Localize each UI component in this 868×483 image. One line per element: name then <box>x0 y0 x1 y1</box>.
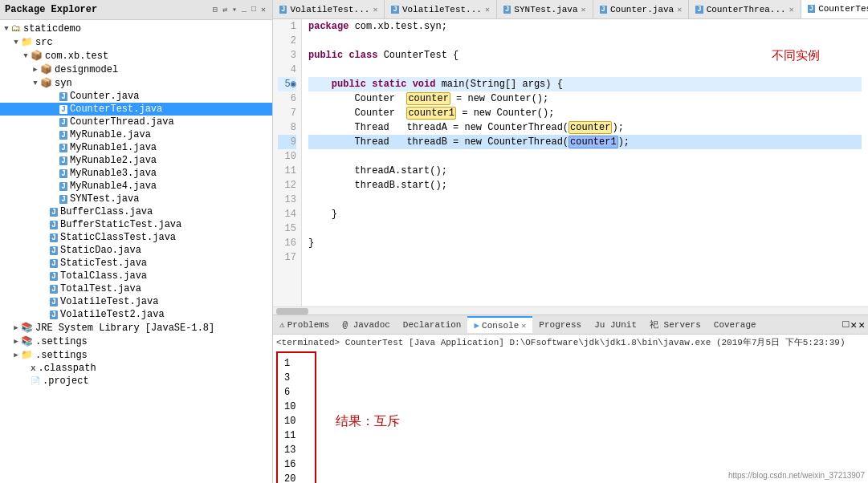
tab-progress[interactable]: Progress <box>532 318 588 332</box>
panel-actions: ⊟ ⇄ ▾ _ □ ✕ <box>211 4 267 15</box>
tab-icon: J <box>600 6 607 14</box>
watermark: https://blog.csdn.net/weixin_37213907 <box>728 471 865 480</box>
bottom-tabs: ⚠ Problems @ Javadoc Declaration ▶ Conso… <box>273 315 868 335</box>
pin-btn[interactable]: □ <box>843 319 850 331</box>
tab-close-icon[interactable]: ✕ <box>485 5 490 14</box>
tab-close-icon[interactable]: ✕ <box>677 5 682 14</box>
code-line-17 <box>308 250 862 265</box>
tree-item-totalclass-java[interactable]: J TotalClass.java <box>0 270 272 282</box>
tree-item-volatiletest-java[interactable]: J VolatileTest.java <box>0 295 272 308</box>
tree-item-label: MyRunable2.java <box>70 155 157 166</box>
expand-arrow: ▼ <box>11 39 21 47</box>
tab-close-icon[interactable]: ✕ <box>581 5 586 14</box>
tab-close-icon[interactable]: ✕ <box>373 5 377 14</box>
tree-item-settings[interactable]: ▶ 📁 .settings <box>0 348 272 362</box>
tree-item-project[interactable]: 📄 .project <box>0 375 272 388</box>
console-line-20: 20 <box>284 472 308 483</box>
problems-icon: ⚠ <box>279 319 285 330</box>
tab-counterthread[interactable]: J CounterThrea... ✕ <box>689 0 801 18</box>
tree-item-jre-library[interactable]: ▶ 📚 JRE System Library [JavaSE-1.8] <box>0 321 272 335</box>
tab-syntest[interactable]: J SYNTest.java ✕ <box>497 0 593 18</box>
java-file-icon: J <box>50 285 58 294</box>
tab-servers[interactable]: 祀 Servers <box>643 316 707 333</box>
tab-label: 祀 Servers <box>650 319 701 331</box>
tree-item-label: StaticDao.java <box>60 245 141 256</box>
tab-countertest[interactable]: J CounterTest... ✕ <box>801 0 868 18</box>
tab-label: Progress <box>539 320 581 330</box>
tab-javadoc[interactable]: @ Javadoc <box>336 318 396 332</box>
tree-item-designmodel[interactable]: ▶ 📦 designmodel <box>0 63 272 76</box>
tab-volatiletest2[interactable]: J VolatileTest... ✕ <box>385 0 496 18</box>
code-line-13 <box>308 193 862 207</box>
tree-item-staticclasstest-java[interactable]: J StaticClassTest.java <box>0 231 272 244</box>
maximize-btn[interactable]: □ <box>250 4 258 15</box>
tree-item-staticdemo[interactable]: ▼ 🗂 staticdemo <box>0 22 272 35</box>
tree-item-comxbtest[interactable]: ▼ 📦 com.xb.test <box>0 49 272 63</box>
java-file-icon: J <box>50 221 58 229</box>
tree-item-staticdao-java[interactable]: J StaticDao.java <box>0 244 272 257</box>
expand-arrow: ▼ <box>2 25 11 33</box>
tree-item-src[interactable]: ▼ 📁 src <box>0 35 272 49</box>
tab-volatiletest1[interactable]: J VolatileTest... ✕ <box>273 0 385 18</box>
package-explorer-panel: Package Explorer ⊟ ⇄ ▾ _ □ ✕ ▼ 🗂 staticd… <box>0 0 273 483</box>
tree-item-syntest-java[interactable]: J SYNTest.java <box>0 193 272 205</box>
console-line-16: 16 <box>284 457 308 472</box>
tab-close-icon[interactable]: ✕ <box>789 5 794 14</box>
tab-label: Declaration <box>403 320 462 330</box>
tree-item-counterthread-java[interactable]: J CounterThread.java <box>0 116 272 128</box>
tree-item-classpath[interactable]: x .classpath <box>0 362 272 375</box>
tree-item-totaltest-java[interactable]: J TotalTest.java <box>0 282 272 295</box>
tab-problems[interactable]: ⚠ Problems <box>273 317 336 332</box>
panel-menu-btn[interactable]: ▾ <box>230 4 238 15</box>
console-line-10a: 10 <box>284 400 308 414</box>
code-content-area[interactable]: package com.xb.test.syn; public class Co… <box>302 19 868 306</box>
tab-label: CounterThrea... <box>707 5 786 14</box>
tree-item-volatiletest2-java[interactable]: J VolatileTest2.java <box>0 308 272 321</box>
folder-icon: 📁 <box>21 36 33 48</box>
folder-icon: 📁 <box>21 349 33 361</box>
code-area[interactable]: 1 2 3 4 5◉ 6 7 8 9 10 11 12 13 14 <box>273 19 868 306</box>
link-editor-btn[interactable]: ⇄ <box>221 4 229 15</box>
code-line-14: } <box>308 207 862 221</box>
minimize-console-btn[interactable]: ✕ <box>850 319 857 331</box>
tab-junit[interactable]: Ju JUnit <box>588 318 643 332</box>
tree-item-myrunable4-java[interactable]: J MyRunable4.java <box>0 180 272 193</box>
tree-item-bufferstatictest-java[interactable]: J BufferStaticTest.java <box>0 218 272 231</box>
tree-item-myrunable2-java[interactable]: J MyRunable2.java <box>0 154 272 167</box>
tree-item-referenced-libraries[interactable]: ▶ 📚 .settings <box>0 335 272 348</box>
collapse-all-btn[interactable]: ⊟ <box>211 4 219 15</box>
tree-item-myrunable3-java[interactable]: J MyRunable3.java <box>0 167 272 180</box>
library-icon: 📚 <box>21 322 33 334</box>
console-line-10b: 10 <box>284 414 308 428</box>
java-file-icon: J <box>59 195 67 204</box>
tree-item-counter-java[interactable]: J Counter.java <box>0 90 272 103</box>
tree-item-countertest-java[interactable]: J CounterTest.java <box>0 103 272 116</box>
horizontal-scrollbar[interactable] <box>273 306 868 315</box>
java-file-icon: J <box>50 233 58 242</box>
tree-item-label: com.xb.test <box>45 51 108 62</box>
tab-counter[interactable]: J Counter.java ✕ <box>593 0 690 18</box>
tree-item-label: CounterTest.java <box>70 104 162 115</box>
tree-item-syn[interactable]: ▼ 📦 syn <box>0 76 272 90</box>
panel-title: Package Explorer <box>5 4 97 15</box>
tree-item-label: .project <box>43 375 89 387</box>
tree-item-myrunable1-java[interactable]: J MyRunable1.java <box>0 141 272 154</box>
tree-item-label: StaticClassTest.java <box>60 232 176 243</box>
close-btn[interactable]: ✕ <box>259 4 267 15</box>
java-file-icon: J <box>50 246 58 255</box>
tree-item-label: staticdemo <box>23 23 81 34</box>
minimize-btn[interactable]: _ <box>240 4 248 15</box>
tree-item-statictest-java[interactable]: J StaticTest.java <box>0 257 272 270</box>
java-file-icon: J <box>59 182 67 191</box>
tree-item-myrunable-java[interactable]: J MyRunable.java <box>0 128 272 141</box>
file-tree: ▼ 🗂 staticdemo ▼ 📁 src ▼ 📦 com.xb.test <box>0 20 272 483</box>
tab-console[interactable]: ▶ Console ✕ <box>467 316 532 333</box>
close-console-btn[interactable]: ✕ <box>858 319 865 331</box>
tab-coverage[interactable]: Coverage <box>707 318 763 332</box>
tab-declaration[interactable]: Declaration <box>397 318 468 332</box>
tab-close-icon[interactable]: ✕ <box>521 321 526 331</box>
code-line-2 <box>308 34 862 48</box>
java-file-icon: J <box>59 92 67 101</box>
console-content: <terminated> CounterTest [Java Applicati… <box>273 335 868 483</box>
tree-item-bufferclass-java[interactable]: J BufferClass.java <box>0 205 272 218</box>
